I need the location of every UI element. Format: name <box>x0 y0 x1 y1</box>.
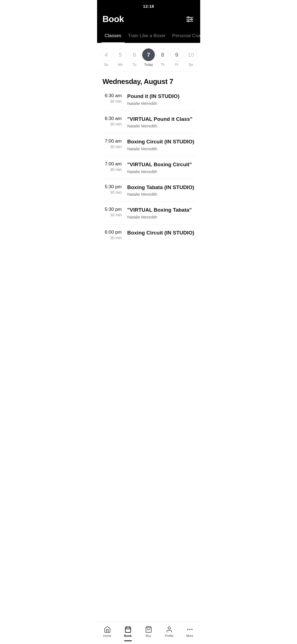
date-circle-7: 7 <box>142 48 155 61</box>
class-time: 5:30 pm 30 min <box>103 184 127 195</box>
svg-point-1 <box>188 17 189 18</box>
category-tabs: Classes Train Like a Boxer Personal Coac… <box>97 29 200 43</box>
class-info: Boxing Circuit (IN STUDIO) Natalie Mered… <box>127 138 195 151</box>
class-info: Boxing Tabata (IN STUDIO) Natalie Meredi… <box>127 184 195 197</box>
date-item-tue[interactable]: 6 Tu <box>128 48 141 67</box>
date-label-fri: Fr <box>175 63 178 67</box>
class-info: Pound it (IN STUDIO) Natalie Meredith <box>127 93 195 106</box>
class-item[interactable]: 6:00 pm 30 min Boxing Circuit (IN STUDIO… <box>103 225 195 245</box>
class-item[interactable]: 5:30 pm 30 min Boxing Tabata (IN STUDIO)… <box>103 179 195 202</box>
class-time: 6:30 am 30 min <box>103 116 127 126</box>
date-label-tue: Tu <box>133 63 136 67</box>
date-circle-8: 8 <box>156 48 169 61</box>
tab-classes[interactable]: Classes <box>101 29 125 43</box>
date-label-sun: Su <box>104 63 108 67</box>
class-info: "VIRTUAL Boxing Tabata" Natalie Meredith <box>127 207 195 219</box>
class-time: 5:30 pm 30 min <box>103 207 127 217</box>
page-title: Book <box>103 14 124 24</box>
date-item-thu[interactable]: 8 Th <box>156 48 169 67</box>
date-item-sun[interactable]: 4 Su <box>100 48 112 67</box>
class-info: Boxing Circuit (IN STUDIO) <box>127 230 195 236</box>
class-item[interactable]: 7:00 am 30 min "VIRTUAL Boxing Circuit" … <box>103 156 195 179</box>
class-info: "VIRTUAL Pound it Class" Natalie Meredit… <box>127 116 195 129</box>
date-circle-10: 10 <box>185 48 197 61</box>
class-item[interactable]: 5:30 pm 30 min "VIRTUAL Boxing Tabata" N… <box>103 202 195 225</box>
header: Book <box>97 11 200 29</box>
date-circle-9: 9 <box>170 48 183 61</box>
date-circle-4: 4 <box>100 48 112 61</box>
date-item-mon[interactable]: 5 Mo <box>114 48 127 67</box>
class-info: "VIRTUAL Boxing Circuit" Natalie Meredit… <box>127 161 195 174</box>
class-item[interactable]: 6:30 am 30 min Pound it (IN STUDIO) Nata… <box>103 88 195 111</box>
date-label-mon: Mo <box>118 63 123 67</box>
date-heading: Wednesday, August 7 <box>97 71 200 88</box>
class-item[interactable]: 6:30 am 30 min "VIRTUAL Pound it Class" … <box>103 111 195 134</box>
status-bar: 12:18 <box>97 0 200 11</box>
svg-point-3 <box>191 18 192 20</box>
class-time: 6:30 am 30 min <box>103 93 127 103</box>
class-time: 7:00 am 30 min <box>103 161 127 172</box>
tab-train-like-boxer[interactable]: Train Like a Boxer <box>125 29 169 43</box>
class-time: 6:00 pm 30 min <box>103 230 127 240</box>
filter-button[interactable] <box>185 15 195 23</box>
svg-point-5 <box>188 20 189 22</box>
date-label-today: Today <box>144 63 153 67</box>
date-item-sat[interactable]: 10 Sa <box>185 48 197 67</box>
tab-personal-coaching[interactable]: Personal Coaching <box>169 29 200 43</box>
class-time: 7:00 am 30 min <box>103 138 127 149</box>
filter-icon <box>186 16 194 22</box>
class-list: 6:30 am 30 min Pound it (IN STUDIO) Nata… <box>97 88 200 245</box>
date-label-thu: Th <box>161 63 164 67</box>
date-item-fri[interactable]: 9 Fr <box>170 48 183 67</box>
date-label-sat: Sa <box>189 63 193 67</box>
class-item[interactable]: 7:00 am 30 min Boxing Circuit (IN STUDIO… <box>103 133 195 156</box>
date-circle-5: 5 <box>114 48 127 61</box>
status-time: 12:18 <box>143 4 154 9</box>
date-item-today[interactable]: 7 Today <box>142 48 155 67</box>
date-circle-6: 6 <box>128 48 141 61</box>
date-selector: 4 Su 5 Mo 6 Tu 7 Today 8 Th 9 Fr 10 Sa <box>97 43 200 71</box>
